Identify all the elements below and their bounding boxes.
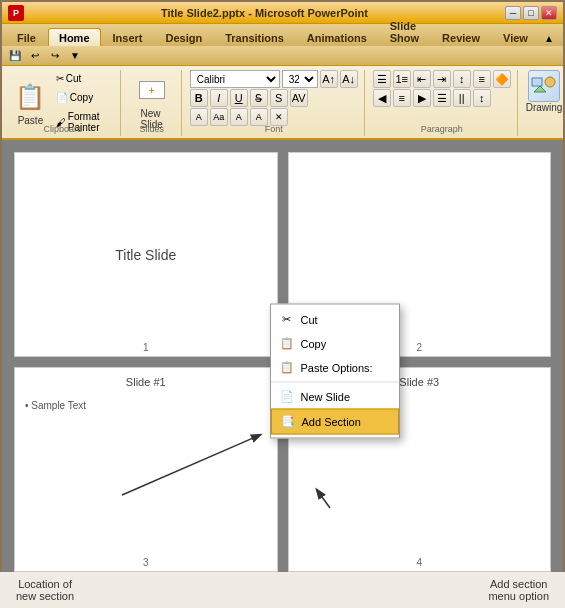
font-case-button[interactable]: Aa [210,108,228,126]
paste-button[interactable]: 📋 Paste [12,77,49,130]
slide-1[interactable]: Title Slide 1 [14,152,278,357]
bold-button[interactable]: B [190,89,208,107]
font-color-button[interactable]: A [190,108,208,126]
tab-animations[interactable]: Animations [296,28,378,46]
ctx-add-section-label: Add Section [302,415,361,427]
tab-design[interactable]: Design [154,28,213,46]
font-row-2: B I U S̶ S AV [190,89,358,107]
font-size-small[interactable]: A [230,108,248,126]
ctx-new-slide-label: New Slide [301,390,351,402]
ctx-paste-options[interactable]: 📋 Paste Options: [271,355,399,379]
bullets-button[interactable]: ☰ [373,70,391,88]
ctx-new-slide[interactable]: 📄 New Slide [271,384,399,408]
ctx-separator-1 [271,381,399,382]
slide-3[interactable]: Slide #1 • Sample Text 3 [14,367,278,572]
ctx-cut-label: Cut [301,313,318,325]
ribbon-tab-bar: File Home Insert Design Transitions Anim… [2,24,563,46]
align-text-button[interactable]: ≡ [473,70,491,88]
slide-3-number: 3 [143,557,149,568]
title-bar: P Title Slide2.pptx - Microsoft PowerPoi… [2,2,563,24]
justify-button[interactable]: ☰ [433,89,451,107]
new-slide-icon: + [136,74,168,106]
drawing-icon[interactable] [528,70,560,102]
left-annotation: Location ofnew section [16,578,74,602]
cut-icon: ✂ [279,311,295,327]
undo-quick-button[interactable]: ↩ [26,48,44,64]
text-direction-button[interactable]: ↕ [453,70,471,88]
slide-4-number: 4 [416,557,422,568]
columns-button[interactable]: || [453,89,471,107]
font-family-select[interactable]: Calibri [190,70,280,88]
app-icon: P [8,5,24,21]
char-spacing-button[interactable]: AV [290,89,308,107]
increase-font-button[interactable]: A↑ [320,70,338,88]
strikethrough-button[interactable]: S̶ [250,89,268,107]
font-size-select[interactable]: 32 [282,70,318,88]
context-menu: ✂ Cut 📋 Copy 📋 Paste Options: 📄 New Slid… [270,303,400,438]
paragraph-controls: ☰ 1≡ ⇤ ⇥ ↕ ≡ 🔶 ◀ ≡ ▶ ☰ || ↕ [373,70,511,121]
slide-1-title: Title Slide [115,247,176,263]
clipboard-items: 📋 Paste ✂Cut 📄Copy 🖌Format Painter [12,70,114,150]
paste-icon: 📋 [14,81,46,113]
tab-view[interactable]: View [492,28,539,46]
ctx-cut[interactable]: ✂ Cut [271,307,399,331]
tab-file[interactable]: File [6,28,47,46]
save-quick-button[interactable]: 💾 [6,48,24,64]
shadow-button[interactable]: S [270,89,288,107]
line-spacing-button[interactable]: ↕ [473,89,491,107]
minimize-button[interactable]: ─ [505,6,521,20]
tab-slideshow[interactable]: Slide Show [379,16,430,46]
clipboard-group: 📋 Paste ✂Cut 📄Copy 🖌Format Painter Clipb… [6,70,121,136]
slides-group: + NewSlide Slides [123,70,182,136]
drawing-editing-row: Drawing Editing [526,70,565,113]
add-section-ctx-icon: 📑 [280,413,296,429]
slides-group-label: Slides [139,124,164,134]
slide-3-body: • Sample Text [25,400,86,411]
underline-button[interactable]: U [230,89,248,107]
convert-to-smartart-button[interactable]: 🔶 [493,70,511,88]
paste-options-icon: 📋 [279,359,295,375]
svg-rect-0 [532,78,542,86]
tab-home[interactable]: Home [48,28,101,46]
increase-indent-button[interactable]: ⇥ [433,70,451,88]
ctx-copy[interactable]: 📋 Copy [271,331,399,355]
drawing-label: Drawing [526,102,563,113]
paragraph-group-label: Paragraph [421,124,463,134]
left-annotation-text: Location ofnew section [16,578,74,602]
right-annotation-text: Add sectionmenu option [488,578,549,602]
quick-access-dropdown[interactable]: ▼ [66,48,84,64]
tab-transitions[interactable]: Transitions [214,28,295,46]
ribbon-help-expand[interactable]: ▲ [540,30,558,46]
slide-grid: Title Slide 1 2 Slide #1 • Sample Text 3… [2,140,563,584]
ribbon-help-button[interactable]: ? [561,30,565,46]
ribbon: File Home Insert Design Transitions Anim… [2,24,563,140]
redo-quick-button[interactable]: ↪ [46,48,64,64]
font-group: Calibri 32 A↑ A↓ B I U S̶ S A [184,70,365,136]
italic-button[interactable]: I [210,89,228,107]
paragraph-row-2: ◀ ≡ ▶ ☰ || ↕ [373,89,511,107]
decrease-font-button[interactable]: A↓ [340,70,358,88]
numbering-button[interactable]: 1≡ [393,70,411,88]
align-center-button[interactable]: ≡ [393,89,411,107]
maximize-button[interactable]: □ [523,6,539,20]
align-left-button[interactable]: ◀ [373,89,391,107]
cut-label: Cut [66,73,82,84]
tab-insert[interactable]: Insert [102,28,154,46]
main-area: Title Slide 1 2 Slide #1 • Sample Text 3… [2,140,563,584]
align-right-button[interactable]: ▶ [413,89,431,107]
paragraph-row-1: ☰ 1≡ ⇤ ⇥ ↕ ≡ 🔶 [373,70,511,88]
paste-label: Paste [18,115,44,126]
ctx-add-section[interactable]: 📑 Add Section [271,408,399,434]
slide-3-heading: Slide #1 [15,376,277,388]
decrease-indent-button[interactable]: ⇤ [413,70,431,88]
slide-2-number: 2 [416,342,422,353]
close-button[interactable]: ✕ [541,6,557,20]
copy-button[interactable]: 📄Copy [51,89,114,106]
new-slide-ctx-icon: 📄 [279,388,295,404]
svg-point-1 [545,77,555,87]
cut-button[interactable]: ✂Cut [51,70,114,87]
ribbon-content: 📋 Paste ✂Cut 📄Copy 🖌Format Painter Clipb… [2,66,563,138]
slide-1-number: 1 [143,342,149,353]
tab-review[interactable]: Review [431,28,491,46]
ctx-copy-label: Copy [301,337,327,349]
